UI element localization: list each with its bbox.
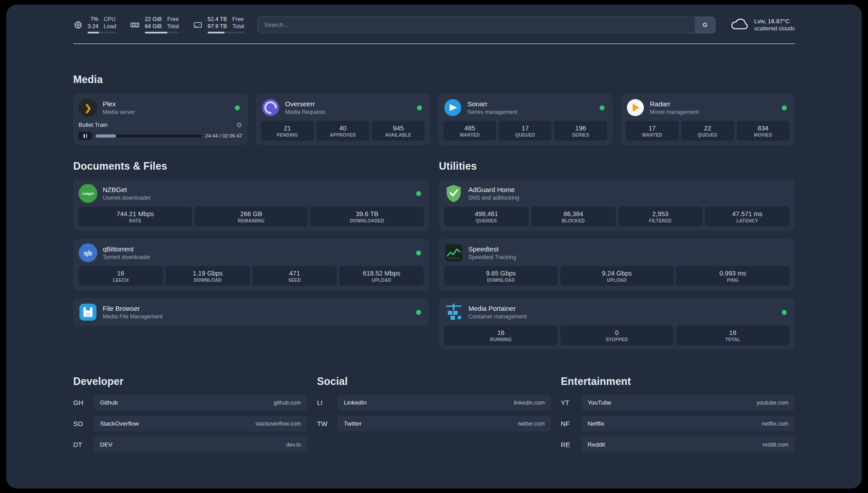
cpu-icon xyxy=(73,20,83,30)
status-dot xyxy=(782,105,787,110)
service-card-overseerr[interactable]: Overseerr Media Requests 21PENDING 40APP… xyxy=(256,94,430,145)
bookmark-group-social: Social LI LinkedInlinkedin.com TW Twitte… xyxy=(317,376,551,452)
service-card-adguard[interactable]: AdGuard Home DNS and adblocking 498,461Q… xyxy=(439,180,795,231)
stat-download: 1.19 GbpsDOWNLOAD xyxy=(166,266,250,286)
bookmark-abbr: NF xyxy=(561,420,581,427)
stat-ping: 0.993 msPING xyxy=(676,266,789,286)
gear-icon[interactable]: ⚙ xyxy=(236,121,242,128)
status-dot xyxy=(600,105,605,110)
weather-location: Lviv, 16.87°C xyxy=(754,17,795,25)
radarr-icon xyxy=(626,98,645,117)
topbar: 7% 3.24 CPU Load xyxy=(73,16,795,33)
bookmark-link[interactable]: Netflixnetflix.com xyxy=(581,416,795,431)
service-card-radarr[interactable]: Radarr Movie management 17WANTED 22QUEUE… xyxy=(621,94,795,145)
stat-download: 9.65 GbpsDOWNLOAD xyxy=(444,266,558,286)
service-card-plex[interactable]: ❯ Plex Media server Bullet Train ⚙ xyxy=(73,94,248,145)
bookmark-link[interactable]: StackOverflowstackoverflow.com xyxy=(94,416,307,431)
cpu-label: CPU xyxy=(104,16,115,23)
cloud-icon xyxy=(729,17,750,33)
stat-queued: 17QUEUED xyxy=(499,121,551,141)
service-name: qBittorrent xyxy=(103,245,150,254)
stat-upload: 9.24 GbpsUPLOAD xyxy=(560,266,674,286)
bookmark-stackoverflow: SO StackOverflowstackoverflow.com xyxy=(73,416,307,431)
stat-blocked: 86,384BLOCKED xyxy=(531,207,616,226)
status-dot xyxy=(417,105,422,110)
service-card-portainer[interactable]: Media Portainer Container management 16R… xyxy=(439,298,795,350)
status-dot xyxy=(416,310,421,315)
header-divider xyxy=(73,43,795,44)
cpu-usage-value: 7% xyxy=(90,16,98,23)
stat-series: 196SERIES xyxy=(554,121,607,141)
service-card-speedtest[interactable]: Speedtest Speedtest Tracking 9.65 GbpsDO… xyxy=(439,239,795,290)
stat-stopped: 0STOPPED xyxy=(560,326,674,345)
filebrowser-icon xyxy=(79,303,97,322)
section-title-utilities: Utilities xyxy=(439,160,795,172)
disk-widget: 52.4 TB 97.9 TB Free Total xyxy=(192,16,244,33)
service-card-filebrowser[interactable]: File Browser Media File Management xyxy=(73,298,429,326)
section-title-media: Media xyxy=(73,74,795,86)
section-title-developer: Developer xyxy=(73,376,307,388)
bookmark-link[interactable]: YouTubeyoutube.com xyxy=(581,395,795,410)
pause-button[interactable] xyxy=(79,132,92,140)
status-dot xyxy=(235,105,240,110)
memory-total-value: 64 GiB xyxy=(145,23,162,30)
stat-movies: 834MOVIES xyxy=(737,121,789,141)
service-name: NZBGet xyxy=(103,185,151,194)
stat-running: 16RUNNING xyxy=(444,326,558,345)
bookmark-link[interactable]: Redditreddit.com xyxy=(581,437,795,452)
bookmark-abbr: SO xyxy=(73,420,94,427)
bookmark-abbr: LI xyxy=(317,399,338,406)
bookmark-group-entertainment: Entertainment YT YouTubeyoutube.com NF N… xyxy=(561,376,795,452)
search-provider-button[interactable]: G xyxy=(695,17,715,33)
cpu-load-value: 3.24 xyxy=(88,23,98,30)
bookmark-github: GH Githubgithub.com xyxy=(73,395,307,410)
service-name: Radarr xyxy=(650,100,699,109)
service-card-sonarr[interactable]: Sonarr Series management 485WANTED 17QUE… xyxy=(438,94,613,145)
bookmark-link[interactable]: DEVdev.to xyxy=(94,437,307,452)
bookmark-twitter: TW Twittertwitter.com xyxy=(317,416,551,431)
search-input[interactable] xyxy=(258,17,695,33)
section-title-documents: Documents & Files xyxy=(73,160,429,172)
stat-remaining: 266 GBREMAINING xyxy=(195,207,308,226)
bookmark-abbr: TW xyxy=(317,420,338,427)
bookmark-youtube: YT YouTubeyoutube.com xyxy=(561,395,795,410)
cpu-usage-bar xyxy=(88,32,116,33)
disk-total-label: Total xyxy=(232,23,244,30)
section-media: Media ❯ Plex Media server Bullet Tr xyxy=(73,74,795,145)
service-name: Media Portainer xyxy=(468,304,527,313)
weather-widget[interactable]: Lviv, 16.87°C scattered clouds xyxy=(729,17,795,33)
memory-widget: 22 GiB 64 GiB Free Total xyxy=(129,16,179,33)
nzbget-icon: nzbget xyxy=(79,184,97,203)
playback-progress-bar[interactable] xyxy=(96,134,201,138)
disk-free-value: 52.4 TB xyxy=(208,16,227,23)
stat-downloaded: 39.6 TBDOWNLOADED xyxy=(310,207,424,226)
bookmark-group-developer: Developer GH Githubgithub.com SO StackOv… xyxy=(73,376,307,452)
stat-latency: 47.571 msLATENCY xyxy=(705,207,789,226)
section-title-social: Social xyxy=(317,376,551,388)
status-dot xyxy=(416,251,421,255)
bookmark-link[interactable]: Githubgithub.com xyxy=(94,395,307,410)
bookmark-link[interactable]: LinkedInlinkedin.com xyxy=(338,395,551,410)
disk-total-value: 97.9 TB xyxy=(208,23,227,30)
service-subtitle: Usenet downloader xyxy=(103,194,151,201)
stat-pending: 21PENDING xyxy=(261,121,314,141)
service-name: AdGuard Home xyxy=(468,185,519,194)
bookmark-link[interactable]: Twittertwitter.com xyxy=(338,416,551,431)
stat-rate: 744.21 MbpsRATE xyxy=(79,207,192,226)
service-subtitle: Speedtest Tracking xyxy=(468,254,516,261)
bookmark-abbr: RE xyxy=(561,441,581,448)
bookmark-abbr: DT xyxy=(73,441,94,448)
memory-free-label: Free xyxy=(167,16,179,23)
dashboard: 7% 3.24 CPU Load xyxy=(6,4,862,489)
bookmark-dev: DT DEVdev.to xyxy=(73,437,307,452)
resource-widgets: 7% 3.24 CPU Load xyxy=(73,16,244,33)
bookmark-abbr: GH xyxy=(73,399,94,406)
stat-leech: 16LEECH xyxy=(79,266,163,286)
service-card-qbittorrent[interactable]: qb qBittorrent Torrent downloader 16LEEC… xyxy=(73,239,429,290)
stat-wanted: 485WANTED xyxy=(443,121,496,141)
portainer-icon xyxy=(444,303,463,322)
service-name: Overseerr xyxy=(285,100,326,109)
stat-filtered: 2,953FILTERED xyxy=(618,207,703,226)
speedtest-icon xyxy=(444,243,463,262)
service-card-nzbget[interactable]: nzbget NZBGet Usenet downloader 744.21 M… xyxy=(73,180,429,231)
